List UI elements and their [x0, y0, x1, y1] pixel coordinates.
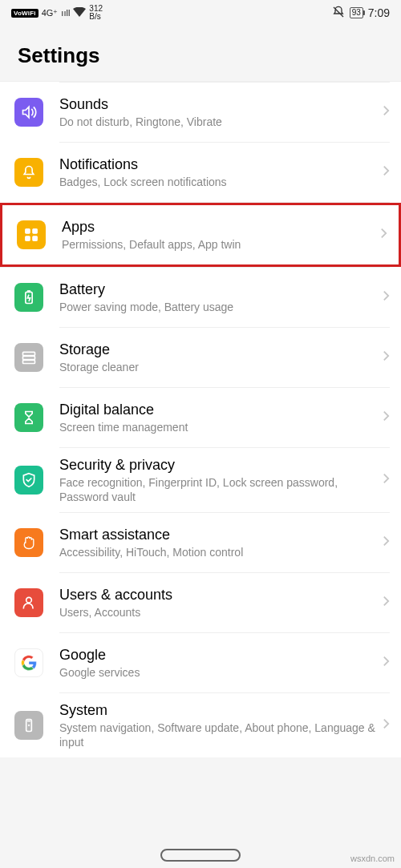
chevron-right-icon: [383, 655, 390, 671]
row-text: Apps Permissions, Default apps, App twin: [62, 218, 380, 252]
hand-icon: [14, 528, 43, 557]
row-title: Security & privacy: [59, 456, 376, 474]
status-left: VoWiFi 4G⁺ ııll 312B/s: [11, 5, 103, 21]
svg-rect-8: [23, 360, 35, 363]
settings-row-battery[interactable]: Battery Power saving mode, Battery usage: [0, 268, 401, 327]
row-title: Sounds: [59, 95, 376, 113]
row-title: Apps: [62, 218, 374, 236]
settings-row-security[interactable]: Security & privacy Face recognition, Fin…: [0, 448, 401, 512]
chevron-right-icon: [383, 410, 390, 426]
apps-icon: [17, 220, 46, 249]
svg-rect-2: [26, 236, 30, 241]
row-text: Google Google services: [59, 646, 383, 680]
settings-row-google[interactable]: Google Google services: [0, 633, 401, 692]
storage-icon: [14, 343, 43, 372]
settings-row-digital-balance[interactable]: Digital balance Screen time management: [0, 388, 401, 447]
status-bar: VoWiFi 4G⁺ ııll 312B/s 93 7:09: [0, 0, 401, 26]
navigation-bar: [0, 849, 401, 862]
row-title: Google: [59, 646, 376, 664]
row-subtitle: Accessibility, HiTouch, Motion control: [59, 545, 376, 559]
row-text: Notifications Badges, Lock screen notifi…: [59, 155, 383, 189]
settings-row-system[interactable]: System System navigation, Software updat…: [0, 693, 401, 757]
user-icon: [14, 588, 43, 617]
hourglass-icon: [14, 403, 43, 432]
row-subtitle: Google services: [59, 665, 376, 680]
vowifi-badge: VoWiFi: [11, 9, 38, 18]
chevron-right-icon: [383, 164, 390, 180]
row-text: Digital balance Screen time management: [59, 401, 383, 434]
svg-rect-3: [33, 236, 38, 241]
settings-list: Sounds Do not disturb, Ringtone, Vibrate…: [0, 82, 401, 757]
clock: 7:09: [368, 6, 390, 19]
chevron-right-icon: [383, 104, 390, 120]
settings-row-users[interactable]: Users & accounts Users, Accounts: [0, 573, 401, 632]
svg-point-11: [28, 725, 30, 726]
shield-icon: [14, 466, 43, 495]
mute-icon: [332, 6, 345, 21]
row-subtitle: Users, Accounts: [59, 605, 376, 620]
svg-rect-0: [26, 229, 30, 234]
row-subtitle: Badges, Lock screen notifications: [59, 175, 376, 189]
row-text: Sounds Do not disturb, Ringtone, Vibrate: [59, 95, 383, 129]
chevron-right-icon: [383, 289, 390, 305]
chevron-right-icon: [383, 535, 390, 551]
settings-row-apps[interactable]: Apps Permissions, Default apps, App twin: [2, 205, 399, 264]
watermark: wsxdn.com: [350, 854, 395, 863]
chevron-right-icon: [383, 472, 390, 488]
system-icon: [14, 711, 43, 740]
settings-row-smart-assistance[interactable]: Smart assistance Accessibility, HiTouch,…: [0, 513, 401, 572]
row-title: Digital balance: [59, 401, 376, 418]
row-text: Battery Power saving mode, Battery usage: [59, 281, 383, 314]
svg-rect-1: [33, 229, 38, 234]
chevron-right-icon: [383, 717, 390, 733]
settings-row-sounds[interactable]: Sounds Do not disturb, Ringtone, Vibrate: [0, 83, 401, 142]
battery-icon: [14, 283, 43, 312]
nav-pill-icon[interactable]: [160, 849, 241, 862]
network-type: 4G⁺: [42, 8, 59, 18]
bell-icon: [14, 158, 43, 187]
chevron-right-icon: [383, 595, 390, 611]
status-right: 93 7:09: [332, 6, 390, 21]
row-title: Users & accounts: [59, 586, 376, 604]
row-subtitle: Screen time management: [59, 420, 376, 434]
settings-row-notifications[interactable]: Notifications Badges, Lock screen notifi…: [0, 143, 401, 202]
svg-rect-12: [27, 721, 30, 721]
row-title: System: [59, 701, 376, 719]
row-title: Battery: [59, 281, 376, 298]
row-title: Notifications: [59, 155, 376, 173]
row-subtitle: System navigation, Software update, Abou…: [59, 721, 376, 749]
chevron-right-icon: [383, 349, 390, 365]
row-text: Storage Storage cleaner: [59, 341, 383, 374]
row-subtitle: Power saving mode, Battery usage: [59, 300, 376, 314]
google-icon: [14, 648, 43, 677]
row-subtitle: Do not disturb, Ringtone, Vibrate: [59, 115, 376, 129]
svg-rect-5: [27, 291, 30, 293]
row-text: System System navigation, Software updat…: [59, 701, 383, 749]
row-title: Smart assistance: [59, 526, 376, 543]
signal-icon: ııll: [61, 8, 70, 18]
chevron-right-icon: [380, 227, 387, 243]
row-subtitle: Storage cleaner: [59, 360, 376, 374]
sound-icon: [14, 98, 43, 127]
net-speed: 312B/s: [89, 5, 103, 21]
row-subtitle: Permissions, Default apps, App twin: [62, 237, 374, 252]
svg-point-9: [26, 597, 32, 603]
svg-rect-6: [23, 352, 35, 355]
row-title: Storage: [59, 341, 376, 358]
settings-row-storage[interactable]: Storage Storage cleaner: [0, 328, 401, 387]
row-text: Security & privacy Face recognition, Fin…: [59, 456, 383, 504]
battery-level: 93: [350, 7, 363, 18]
row-text: Smart assistance Accessibility, HiTouch,…: [59, 526, 383, 559]
row-text: Users & accounts Users, Accounts: [59, 586, 383, 620]
wifi-icon: [73, 7, 86, 19]
highlighted-row: Apps Permissions, Default apps, App twin: [0, 203, 401, 267]
row-subtitle: Face recognition, Fingerprint ID, Lock s…: [59, 475, 376, 504]
page-title: Settings: [0, 26, 401, 82]
svg-rect-7: [23, 356, 35, 359]
